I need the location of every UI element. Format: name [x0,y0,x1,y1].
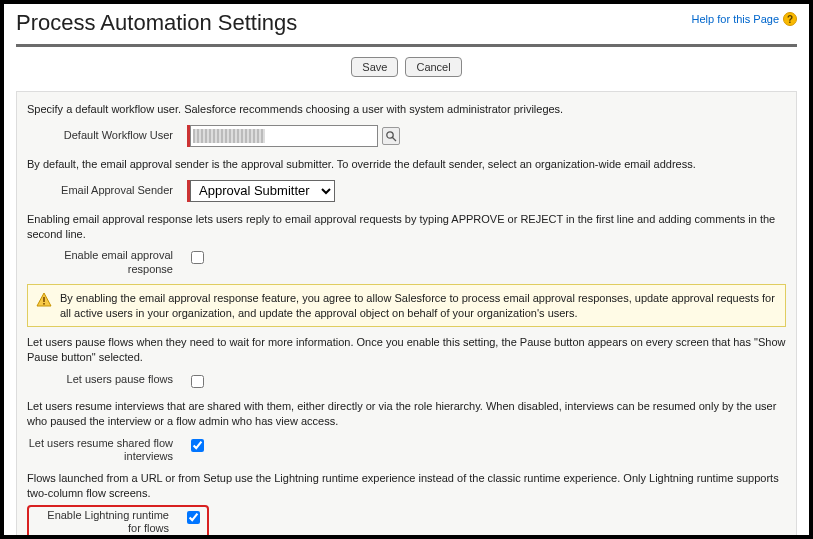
lightning-desc: Flows launched from a URL or from Setup … [27,471,786,501]
divider [16,44,797,47]
svg-rect-3 [43,297,45,302]
settings-panel: Specify a default workflow user. Salesfo… [16,91,797,539]
save-button[interactable]: Save [351,57,398,77]
lightning-label: Enable Lightning runtime for flows [33,509,183,535]
default-user-desc: Specify a default workflow user. Salesfo… [27,102,786,117]
default-workflow-user-input[interactable] [267,127,377,145]
lookup-icon[interactable] [382,127,400,145]
enable-email-desc: Enabling email approval response lets us… [27,212,786,242]
svg-point-0 [387,132,393,138]
pause-flows-checkbox[interactable] [191,375,204,388]
enable-email-checkbox[interactable] [191,251,204,264]
lightning-checkbox[interactable] [187,511,200,524]
email-approval-sender-label: Email Approval Sender [27,183,187,198]
pause-flows-label: Let users pause flows [27,373,187,386]
warning-text: By enabling the email approval response … [60,291,777,321]
enable-email-label: Enable email approval response [27,249,187,275]
email-approval-sender-select[interactable]: Approval Submitter [190,180,335,202]
warning-box: By enabling the email approval response … [27,284,786,328]
email-sender-desc: By default, the email approval sender is… [27,157,786,172]
help-link[interactable]: Help for this Page ? [692,12,797,26]
resume-shared-desc: Let users resume interviews that are sha… [27,399,786,429]
warning-icon [36,292,52,308]
help-icon: ? [783,12,797,26]
cancel-button[interactable]: Cancel [405,57,461,77]
help-link-label: Help for this Page [692,13,779,25]
pause-flows-desc: Let users pause flows when they need to … [27,335,786,365]
lightning-highlight: Enable Lightning runtime for flows [27,505,209,539]
resume-shared-label: Let users resume shared flow interviews [27,437,187,463]
resume-shared-checkbox[interactable] [191,439,204,452]
redacted-value [193,129,265,143]
default-workflow-user-label: Default Workflow User [27,128,187,143]
svg-line-1 [393,137,397,141]
svg-rect-4 [43,303,45,305]
page-title: Process Automation Settings [16,10,297,36]
